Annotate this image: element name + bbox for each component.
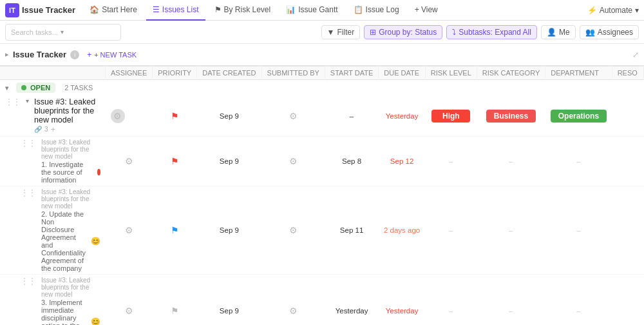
risk-level-cell: –: [425, 275, 477, 326]
tab-issue-log[interactable]: 📋 Issue Log: [347, 0, 406, 21]
col-header-start-date: START DATE: [325, 66, 378, 80]
col-header-submitted: SUBMITTED BY: [261, 66, 325, 80]
filter-right: ▼ Filter ⊞ Group by: Status ⤵ Subtasks: …: [321, 25, 639, 39]
priority-flag-icon: ⚑: [171, 306, 179, 316]
col-header-reso: RESO: [612, 66, 643, 80]
info-icon[interactable]: i: [70, 50, 79, 59]
assignees-button[interactable]: 👥 Assignees: [580, 25, 639, 39]
group-icon: ⊞: [370, 28, 376, 37]
subtask-title-cell: ⋮⋮ Issue #3: Leaked blueprints for the n…: [0, 275, 106, 326]
plus-icon: +: [87, 50, 91, 59]
tab-issues-list[interactable]: ☰ Issues List: [146, 0, 205, 21]
issue-parent-label: Issue #3: Leaked blueprints for the new …: [41, 277, 100, 298]
department-cell: –: [545, 186, 612, 275]
automate-button[interactable]: ⚡ Automate ▾: [587, 6, 639, 15]
tab-issue-gantt[interactable]: 📊 Issue Gantt: [279, 0, 344, 21]
risk-business-badge: Business: [486, 110, 536, 123]
assignee-cell: ⚙: [106, 95, 153, 137]
automate-icon: ⚡: [587, 6, 597, 15]
collapse-icon[interactable]: ⤢: [632, 50, 639, 59]
gear-icon-2: ⚙: [289, 111, 298, 121]
expand-status-icon[interactable]: ▾: [5, 84, 8, 92]
gantt-icon: 📊: [286, 5, 296, 14]
subtasks-icon: ⤵: [452, 28, 456, 37]
start-date-cell: –: [325, 95, 378, 137]
subtask-title[interactable]: 3. Implement immediate disciplinary acti…: [41, 299, 89, 325]
drag-handle-icon[interactable]: ⋮⋮: [5, 97, 21, 106]
submitted-by-cell: ⚙: [261, 137, 325, 186]
stop-icon: [97, 169, 100, 175]
reso-cell: [612, 186, 643, 275]
col-header-priority: PRIORITY: [153, 66, 197, 80]
subtask-title[interactable]: 1. Investigate the source of information: [41, 161, 94, 184]
subtask-count-icon: 🔗: [34, 126, 42, 133]
issues-table: ASSIGNEE PRIORITY DATE CREATED SUBMITTED…: [0, 66, 644, 325]
avatar[interactable]: ⚙: [111, 109, 125, 123]
log-icon: 📋: [354, 5, 363, 14]
priority-cell[interactable]: ⚑: [153, 137, 197, 186]
operations-badge: Operations: [551, 110, 607, 123]
col-header-risk-category: RISK CATEGORY: [477, 66, 545, 80]
subtask-title[interactable]: 2. Update the Non Disclosure Agreement a…: [41, 210, 89, 272]
expand-row-icon[interactable]: ▾: [26, 97, 29, 104]
automate-chevron-icon: ▾: [635, 6, 639, 15]
gear-icon: ⚙: [125, 225, 133, 235]
task-count: 2 TASKS: [64, 84, 93, 92]
drag-handle-icon[interactable]: ⋮⋮: [21, 277, 36, 286]
breadcrumb-title: Issue Tracker: [13, 50, 66, 59]
top-right-actions: ⚡ Automate ▾: [587, 6, 639, 15]
risk-category-cell: –: [477, 275, 545, 326]
priority-cell[interactable]: ⚑: [153, 95, 197, 137]
subtask-meta: 🔗 3 +: [34, 124, 100, 134]
col-header-issue: [0, 66, 106, 80]
issues-list-icon: ☰: [153, 5, 160, 14]
risk-category-cell: –: [477, 186, 545, 275]
app-icon: IT: [5, 3, 19, 17]
filter-button[interactable]: ▼ Filter: [321, 25, 361, 39]
priority-cell[interactable]: ⚑: [153, 186, 197, 275]
reso-cell: [612, 95, 643, 137]
priority-cell[interactable]: ⚑: [153, 275, 197, 326]
add-subtask-icon[interactable]: +: [51, 124, 56, 134]
reso-cell: [612, 275, 643, 326]
group-by-button[interactable]: ⊞ Group by: Status: [364, 25, 442, 39]
me-icon: 👤: [547, 28, 556, 37]
subtasks-button[interactable]: ⤵ Subtasks: Expand All: [446, 25, 537, 39]
assignee-cell: ⚙: [106, 137, 153, 186]
issue-main-title[interactable]: Issue #3: Leaked blueprints for the new …: [34, 97, 100, 124]
department-cell: –: [545, 137, 612, 186]
table-row: ⋮⋮ ▾ Issue #3: Leaked blueprints for the…: [0, 95, 644, 137]
tab-start-here[interactable]: 🏠 Start Here: [83, 0, 144, 21]
date-created-cell: Sep 9: [197, 275, 261, 326]
date-created-cell: Sep 9: [197, 137, 261, 186]
tab-add-view[interactable]: + View: [408, 0, 444, 21]
gear-icon: ⚙: [113, 111, 122, 121]
due-date-cell: Sep 12: [379, 137, 426, 186]
gear-icon: ⚙: [289, 225, 298, 235]
app-title: Issue Tracker: [22, 5, 75, 15]
risk-level-icon: ⚑: [214, 5, 222, 14]
table-row: ⋮⋮ Issue #3: Leaked blueprints for the n…: [0, 275, 644, 326]
drag-handle-icon[interactable]: ⋮⋮: [21, 139, 36, 148]
risk-category-cell: –: [477, 137, 545, 186]
risk-level-cell: –: [425, 137, 477, 186]
filter-icon: ▼: [327, 28, 335, 37]
search-chevron-icon[interactable]: ▾: [61, 28, 64, 35]
risk-category-cell: Business: [477, 95, 545, 137]
due-date-cell: Yesterday: [379, 275, 426, 326]
department-cell: –: [545, 275, 612, 326]
search-input[interactable]: Search tasks... ▾: [5, 24, 121, 41]
breadcrumb-chevron-icon: ▸: [5, 50, 9, 59]
table-row: ⋮⋮ Issue #3: Leaked blueprints for the n…: [0, 137, 644, 186]
priority-flag-icon: ⚑: [171, 111, 179, 121]
assignees-icon: 👥: [585, 28, 595, 37]
date-created-cell: Sep 9: [197, 95, 261, 137]
new-task-button[interactable]: + + NEW TASK: [83, 49, 140, 61]
col-header-due-date: DUE DATE: [379, 66, 426, 80]
emoji-icon: 😊: [91, 317, 100, 325]
col-header-risk-level: RISK LEVEL: [425, 66, 477, 80]
drag-handle-icon[interactable]: ⋮⋮: [21, 188, 36, 197]
tab-by-risk-level[interactable]: ⚑ By Risk Level: [208, 0, 278, 21]
submitted-by-cell: ⚙: [261, 186, 325, 275]
me-button[interactable]: 👤 Me: [541, 25, 576, 39]
